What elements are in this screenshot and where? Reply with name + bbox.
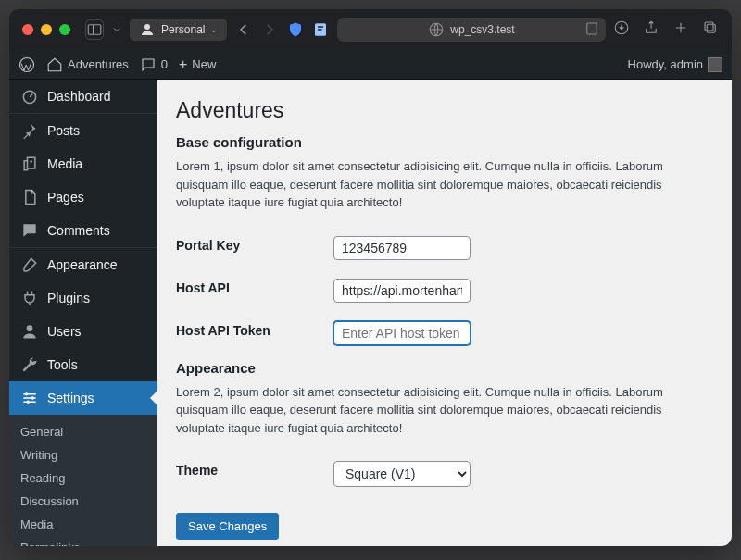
sliders-icon — [20, 389, 39, 407]
chevron-down-icon[interactable] — [111, 19, 122, 40]
shield-icon[interactable] — [286, 19, 305, 40]
address-bar[interactable]: wp_csv3.test — [337, 18, 606, 42]
profile-label: Personal — [161, 23, 205, 36]
select-theme[interactable]: Square (V1) — [333, 461, 471, 487]
traffic-lights — [22, 24, 70, 35]
pages-icon — [20, 188, 39, 206]
site-name: Adventures — [68, 57, 129, 71]
menu-label: Appearance — [47, 257, 118, 272]
submenu-media[interactable]: Media — [9, 513, 157, 536]
minimize-window-button[interactable] — [41, 24, 52, 35]
input-portal-key[interactable] — [333, 236, 471, 260]
settings-submenu: General Writing Reading Discussion Media… — [9, 415, 157, 546]
close-window-button[interactable] — [22, 24, 33, 35]
svg-point-14 — [27, 325, 33, 331]
submenu-general[interactable]: General — [9, 420, 157, 443]
wp-logo-icon[interactable] — [19, 56, 35, 73]
menu-label: Media — [47, 156, 82, 171]
users-icon — [20, 322, 39, 341]
dashboard-icon — [20, 87, 39, 106]
avatar — [708, 57, 722, 72]
page-title: Adventures — [176, 98, 713, 123]
download-icon[interactable] — [613, 19, 630, 40]
menu-media[interactable]: Media — [9, 147, 157, 180]
menu-label: Posts — [47, 123, 80, 138]
titlebar: Personal ⌄ wp_csv3.test — [9, 9, 732, 50]
section-heading-appearance: Appearance — [176, 360, 713, 376]
account-link[interactable]: Howdy, admin — [628, 57, 722, 72]
svg-rect-0 — [88, 25, 101, 35]
url-text: wp_csv3.test — [450, 23, 514, 36]
section-desc-appearance: Lorem 2, ipsum dolor sit amet consectetu… — [176, 383, 713, 438]
input-host-api[interactable] — [333, 279, 471, 303]
menu-plugins[interactable]: Plugins — [9, 281, 157, 315]
svg-point-15 — [25, 392, 28, 395]
menu-label: Users — [47, 324, 82, 339]
menu-label: Tools — [47, 357, 78, 372]
privacy-report-icon[interactable] — [311, 19, 330, 40]
form-table-appearance: Theme Square (V1) — [176, 452, 713, 496]
site-link[interactable]: Adventures — [46, 56, 129, 73]
profile-menu[interactable]: Personal ⌄ — [130, 19, 227, 41]
comments-count: 0 — [161, 57, 168, 71]
back-button[interactable] — [234, 19, 253, 40]
new-tab-icon[interactable] — [672, 19, 689, 40]
label-portal-key: Portal Key — [176, 227, 333, 269]
save-button[interactable]: Save Changes — [176, 513, 279, 540]
comments-icon — [20, 221, 39, 240]
svg-point-17 — [27, 401, 30, 404]
svg-rect-10 — [705, 22, 713, 31]
svg-rect-5 — [318, 29, 322, 31]
comments-link[interactable]: 0 — [140, 56, 168, 73]
menu-posts[interactable]: Posts — [9, 114, 157, 147]
submenu-writing[interactable]: Writing — [9, 443, 157, 467]
label-theme: Theme — [176, 452, 333, 496]
share-icon[interactable] — [643, 19, 659, 40]
menu-label: Pages — [47, 190, 84, 205]
submenu-reading[interactable]: Reading — [9, 467, 157, 490]
plug-icon — [20, 289, 39, 307]
section-heading-base: Base configuration — [176, 134, 713, 150]
new-label: New — [192, 57, 216, 71]
media-icon — [20, 155, 39, 173]
chevron-down-icon: ⌄ — [210, 25, 218, 34]
tabs-icon[interactable] — [702, 19, 719, 40]
zoom-window-button[interactable] — [59, 24, 70, 35]
submenu-permalinks[interactable]: Permalinks — [9, 536, 157, 546]
submenu-discussion[interactable]: Discussion — [9, 490, 157, 513]
brush-icon — [20, 255, 39, 274]
label-host-token: Host API Token — [176, 312, 333, 355]
menu-tools[interactable]: Tools — [9, 348, 157, 381]
label-host-api: Host API — [176, 269, 333, 312]
reader-icon[interactable] — [584, 20, 600, 40]
menu-label: Dashboard — [47, 89, 111, 104]
menu-settings[interactable]: Settings — [9, 381, 157, 415]
content-area: Adventures Base configuration Lorem 1, i… — [157, 80, 732, 546]
admin-sidebar: Dashboard Posts Media Pages Comments — [9, 80, 157, 546]
menu-dashboard[interactable]: Dashboard — [9, 80, 157, 113]
wp-admin-bar: Adventures 0 + New Howdy, admin — [9, 50, 732, 80]
svg-point-16 — [31, 396, 34, 399]
browser-window: Personal ⌄ wp_csv3.test — [9, 9, 732, 546]
menu-label: Plugins — [47, 291, 90, 305]
input-host-token[interactable] — [333, 321, 471, 345]
svg-point-2 — [144, 24, 150, 30]
pin-icon — [20, 121, 39, 140]
new-link[interactable]: + New — [179, 56, 216, 73]
svg-rect-9 — [707, 24, 715, 32]
menu-pages[interactable]: Pages — [9, 180, 157, 214]
forward-button[interactable] — [260, 19, 279, 40]
menu-appearance[interactable]: Appearance — [9, 248, 157, 281]
svg-rect-4 — [318, 26, 323, 28]
svg-point-13 — [30, 160, 32, 163]
wrench-icon — [20, 355, 39, 374]
menu-label: Comments — [47, 223, 110, 238]
svg-rect-7 — [587, 23, 597, 34]
menu-comments[interactable]: Comments — [9, 214, 157, 247]
form-table-base: Portal Key Host API Host API Token — [176, 227, 713, 355]
greeting-text: Howdy, admin — [628, 57, 703, 71]
menu-label: Settings — [47, 391, 94, 405]
sidebar-toggle-icon[interactable] — [85, 19, 104, 40]
section-desc-base: Lorem 1, ipsum dolor sit amet consectetu… — [176, 157, 713, 212]
menu-users[interactable]: Users — [9, 315, 157, 348]
